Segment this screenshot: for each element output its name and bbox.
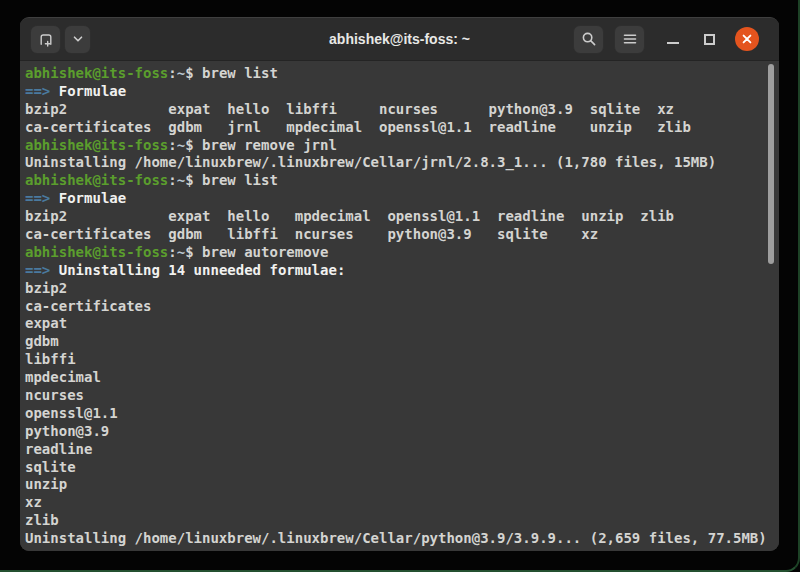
terminal-text-segment: Uninstalling /home/linuxbrew/.linuxbrew/… xyxy=(25,154,716,170)
window-title: abhishek@its-foss: ~ xyxy=(329,31,470,47)
terminal-text-segment xyxy=(50,83,58,99)
terminal-text-segment: readline xyxy=(25,441,92,457)
terminal-text-segment: $ xyxy=(185,65,202,81)
terminal-text-segment: abhishek@its-foss xyxy=(25,137,168,153)
terminal-line: gdbm xyxy=(25,333,779,351)
terminal-line: libffi xyxy=(25,351,779,369)
terminal-text-segment: ca-certificates xyxy=(25,298,151,314)
terminal-text-segment: python@3.9 xyxy=(25,423,109,439)
terminal-text-segment: zlib xyxy=(25,512,59,528)
terminal-output: abhishek@its-foss:~$ brew list==> Formul… xyxy=(25,65,779,548)
terminal-text-segment: bzip2 xyxy=(25,280,67,296)
search-button[interactable] xyxy=(573,25,604,54)
terminal-text-segment: : xyxy=(168,244,176,260)
terminal-text-segment: ~ xyxy=(177,137,185,153)
terminal-text-segment: bzip2 expat hello mpdecimal openssl@1.1 … xyxy=(25,208,674,224)
terminal-text-segment: ncurses xyxy=(25,387,84,403)
terminal-text-segment: brew autoremove xyxy=(202,244,328,260)
terminal-line: abhishek@its-foss:~$ brew list xyxy=(25,172,779,190)
terminal-text-segment: unzip xyxy=(25,476,67,492)
terminal-screen[interactable]: abhishek@its-foss:~$ brew list==> Formul… xyxy=(20,61,779,551)
minimize-button[interactable] xyxy=(663,29,683,49)
terminal-text-segment: abhishek@its-foss xyxy=(25,172,168,188)
titlebar-left-group xyxy=(30,25,91,54)
terminal-text-segment: brew remove jrnl xyxy=(202,137,337,153)
terminal-line: python@3.9 xyxy=(25,423,779,441)
terminal-line: abhishek@its-foss:~$ brew remove jrnl xyxy=(25,137,779,155)
terminal-line: mpdecimal xyxy=(25,369,779,387)
screenshot-background: abhishek@its-foss: ~ xyxy=(0,0,800,572)
hamburger-menu-icon xyxy=(622,31,638,47)
terminal-text-segment: Uninstalling 14 unneeded formulae: xyxy=(59,262,346,278)
terminal-text-segment: ==> xyxy=(25,262,50,278)
terminal-text-segment: : xyxy=(168,65,176,81)
scrollbar-thumb[interactable] xyxy=(768,64,774,264)
terminal-text-segment: openssl@1.1 xyxy=(25,405,118,421)
terminal-text-segment: brew list xyxy=(202,172,278,188)
titlebar[interactable]: abhishek@its-foss: ~ xyxy=(20,18,779,61)
terminal-text-segment: $ xyxy=(185,172,202,188)
terminal-text-segment: ~ xyxy=(177,172,185,188)
terminal-line: ca-certificates xyxy=(25,298,779,316)
terminal-line: ==> Uninstalling 14 unneeded formulae: xyxy=(25,262,779,280)
terminal-text-segment: ==> xyxy=(25,190,50,206)
terminal-line: bzip2 xyxy=(25,280,779,298)
chevron-down-icon xyxy=(71,32,85,46)
terminal-line: sqlite xyxy=(25,459,779,477)
titlebar-right-group xyxy=(573,25,759,54)
terminal-text-segment: ca-certificates gdbm jrnl mpdecimal open… xyxy=(25,119,691,135)
terminal-text-segment: expat xyxy=(25,315,67,331)
terminal-line: abhishek@its-foss:~$ brew autoremove xyxy=(25,244,779,262)
terminal-line: xz xyxy=(25,494,779,512)
terminal-text-segment: abhishek@its-foss xyxy=(25,65,168,81)
menu-button[interactable] xyxy=(614,25,645,54)
minimize-icon xyxy=(667,42,679,44)
terminal-text-segment: ~ xyxy=(177,244,185,260)
new-tab-button[interactable] xyxy=(30,25,61,54)
terminal-text-segment: Uninstalling /home/linuxbrew/.linuxbrew/… xyxy=(25,530,767,546)
terminal-line: Uninstalling /home/linuxbrew/.linuxbrew/… xyxy=(25,530,779,548)
terminal-line: ==> Formulae xyxy=(25,190,779,208)
terminal-line: ca-certificates gdbm libffi ncurses pyth… xyxy=(25,226,779,244)
terminal-text-segment xyxy=(50,190,58,206)
terminal-text-segment: ==> xyxy=(25,83,50,99)
new-tab-icon xyxy=(38,31,54,47)
terminal-text-segment xyxy=(50,262,58,278)
terminal-text-segment: xz xyxy=(25,494,42,510)
terminal-line: ==> Formulae xyxy=(25,83,779,101)
tab-list-dropdown-button[interactable] xyxy=(64,25,91,54)
terminal-text-segment: ca-certificates gdbm libffi ncurses pyth… xyxy=(25,226,598,242)
terminal-text-segment: : xyxy=(168,172,176,188)
terminal-text-segment: Formulae xyxy=(59,190,126,206)
terminal-text-segment: : xyxy=(168,137,176,153)
terminal-window: abhishek@its-foss: ~ xyxy=(20,17,779,551)
terminal-line: expat xyxy=(25,315,779,333)
terminal-line: abhishek@its-foss:~$ brew list xyxy=(25,65,779,83)
terminal-line: bzip2 expat hello libffi ncurses python@… xyxy=(25,101,779,119)
close-icon xyxy=(741,33,753,45)
terminal-line: zlib xyxy=(25,512,779,530)
terminal-text-segment: $ xyxy=(185,137,202,153)
maximize-button[interactable] xyxy=(699,29,719,49)
search-icon xyxy=(581,31,597,47)
terminal-line: unzip xyxy=(25,476,779,494)
terminal-text-segment: gdbm xyxy=(25,333,59,349)
terminal-text-segment: mpdecimal xyxy=(25,369,101,385)
maximize-icon xyxy=(704,34,715,45)
terminal-text-segment: $ xyxy=(185,244,202,260)
terminal-text-segment: libffi xyxy=(25,351,76,367)
terminal-text-segment: Formulae xyxy=(59,83,126,99)
terminal-text-segment: ~ xyxy=(177,65,185,81)
close-button[interactable] xyxy=(735,27,759,51)
terminal-line: readline xyxy=(25,441,779,459)
terminal-line: ncurses xyxy=(25,387,779,405)
terminal-text-segment: bzip2 expat hello libffi ncurses python@… xyxy=(25,101,674,117)
terminal-line: ca-certificates gdbm jrnl mpdecimal open… xyxy=(25,119,779,137)
terminal-line: Uninstalling /home/linuxbrew/.linuxbrew/… xyxy=(25,154,779,172)
terminal-text-segment: sqlite xyxy=(25,459,76,475)
scrollbar[interactable] xyxy=(766,61,776,551)
terminal-text-segment: abhishek@its-foss xyxy=(25,244,168,260)
terminal-line: bzip2 expat hello mpdecimal openssl@1.1 … xyxy=(25,208,779,226)
terminal-line: openssl@1.1 xyxy=(25,405,779,423)
terminal-text-segment: brew list xyxy=(202,65,278,81)
